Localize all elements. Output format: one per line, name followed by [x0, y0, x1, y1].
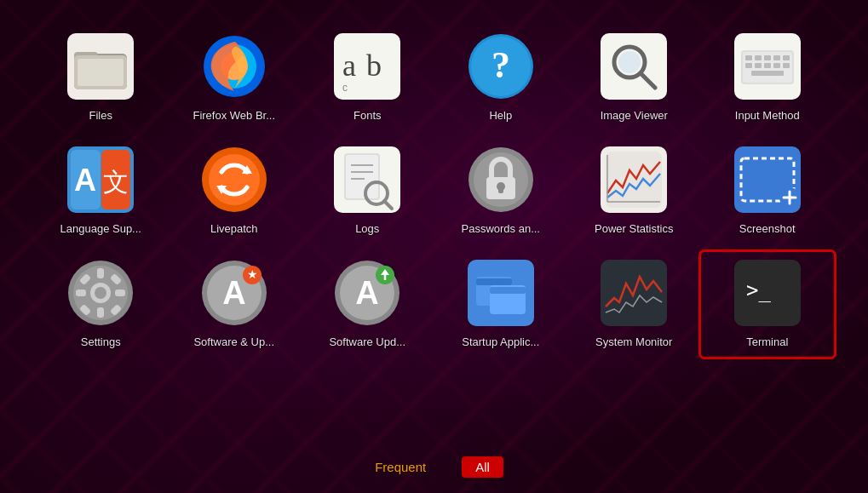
app-item-software-upd[interactable]: A Software Upd...	[301, 252, 434, 357]
software-upd-icon: A	[333, 259, 401, 327]
svg-rect-71	[115, 289, 125, 296]
svg-text:A: A	[222, 275, 245, 311]
power-statistics-icon	[600, 146, 668, 214]
software-update-icon: A ★	[200, 259, 268, 327]
svg-text:A: A	[356, 275, 379, 311]
image-viewer-icon	[600, 32, 668, 100]
svg-text:>_: >_	[746, 278, 771, 302]
passwords-label: Passwords an...	[462, 222, 541, 237]
input-method-icon	[733, 32, 802, 100]
svg-rect-29	[764, 63, 771, 68]
svg-rect-26	[783, 55, 790, 60]
files-icon	[66, 32, 135, 100]
screenshot-icon	[733, 146, 802, 214]
svg-rect-28	[755, 63, 762, 68]
svg-rect-22	[745, 55, 752, 60]
settings-label: Settings	[81, 335, 121, 350]
image-viewer-label: Image Viewer	[601, 109, 668, 123]
svg-rect-91	[490, 287, 526, 294]
input-method-label: Input Method	[735, 109, 800, 123]
fonts-icon: a b c	[333, 32, 401, 100]
svg-rect-30	[773, 63, 780, 68]
files-label: Files	[89, 109, 112, 123]
startup-icon	[467, 259, 535, 327]
terminal-label: Terminal	[746, 335, 788, 350]
svg-rect-54	[498, 186, 503, 193]
svg-text:★: ★	[246, 267, 257, 281]
svg-rect-68	[97, 268, 104, 278]
app-item-files[interactable]: Files	[34, 26, 168, 130]
logs-label: Logs	[355, 222, 379, 237]
svg-rect-70	[76, 289, 86, 296]
livepatch-icon	[200, 146, 268, 214]
svg-rect-44	[346, 155, 378, 198]
app-item-terminal[interactable]: >_ Terminal	[701, 252, 835, 357]
help-label: Help	[489, 109, 512, 123]
passwords-icon	[467, 146, 535, 214]
svg-text:A: A	[74, 163, 96, 198]
app-item-power-statistics[interactable]: Power Statistics	[567, 139, 701, 244]
screenshot-label: Screenshot	[739, 222, 796, 237]
app-item-logs[interactable]: Logs	[301, 139, 434, 244]
svg-text:?: ?	[491, 44, 510, 86]
svg-rect-25	[773, 55, 780, 60]
app-item-image-viewer[interactable]: Image Viewer	[567, 26, 701, 130]
app-item-livepatch[interactable]: Livepatch	[168, 139, 302, 244]
svg-rect-69	[97, 307, 104, 318]
svg-rect-24	[764, 55, 771, 60]
system-monitor-label: System Monitor	[595, 335, 672, 350]
app-item-passwords[interactable]: Passwords an...	[434, 139, 568, 244]
software-upd-label: Software Upd...	[329, 335, 405, 350]
svg-text:a: a	[342, 49, 356, 83]
tab-all[interactable]: All	[462, 456, 503, 478]
bottom-tabs: Frequent All	[0, 456, 868, 478]
app-item-fonts[interactable]: a b c Fonts	[301, 26, 434, 130]
svg-point-67	[95, 287, 106, 299]
svg-text:b: b	[366, 49, 382, 83]
firefox-label: Firefox Web Br...	[193, 109, 275, 123]
svg-rect-4	[78, 59, 124, 86]
svg-rect-32	[751, 71, 784, 76]
svg-rect-31	[783, 63, 790, 68]
svg-rect-89	[476, 278, 512, 285]
software-update-label: Software & Up...	[193, 335, 274, 350]
app-item-settings[interactable]: Settings	[34, 252, 168, 357]
svg-text:c: c	[342, 82, 348, 94]
svg-point-18	[618, 51, 641, 73]
settings-icon	[66, 259, 135, 327]
language-label: Language Sup...	[60, 222, 141, 237]
app-grid: Files Firefox Web Br... a b c	[0, 0, 868, 365]
app-item-language[interactable]: A 文 Language Sup...	[34, 139, 168, 244]
svg-rect-23	[755, 55, 762, 60]
logs-icon	[333, 146, 401, 214]
app-item-input-method[interactable]: Input Method	[701, 26, 835, 130]
language-icon: A 文	[66, 146, 135, 214]
app-item-firefox[interactable]: Firefox Web Br...	[168, 26, 302, 130]
fonts-label: Fonts	[354, 109, 382, 123]
livepatch-label: Livepatch	[210, 222, 258, 237]
tab-frequent[interactable]: Frequent	[365, 456, 436, 478]
help-icon: ?	[467, 32, 535, 100]
app-item-system-monitor[interactable]: System Monitor	[567, 252, 701, 357]
svg-text:文: 文	[103, 168, 129, 196]
power-statistics-label: Power Statistics	[595, 222, 673, 237]
app-item-screenshot[interactable]: Screenshot	[701, 139, 835, 244]
svg-rect-56	[606, 152, 662, 208]
app-item-startup[interactable]: Startup Applic...	[434, 252, 568, 357]
startup-label: Startup Applic...	[462, 335, 539, 350]
app-item-help[interactable]: ? Help	[434, 26, 568, 130]
firefox-icon	[200, 32, 268, 100]
terminal-icon: >_	[733, 259, 802, 327]
system-monitor-icon	[600, 259, 668, 327]
svg-rect-27	[745, 63, 752, 68]
app-item-software-update[interactable]: A ★ Software & Up...	[168, 252, 302, 357]
svg-point-39	[209, 154, 260, 205]
